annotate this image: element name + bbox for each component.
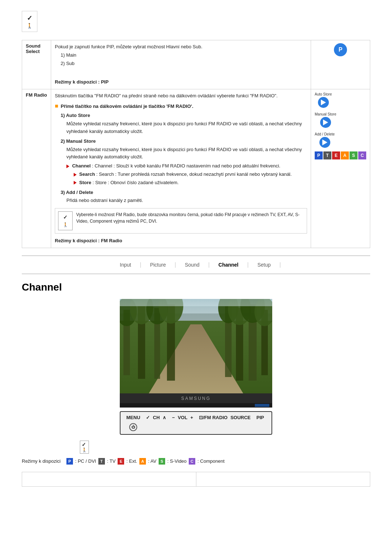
note-icon: ✓ 🚶 [58, 211, 73, 230]
auto-store-desc: Můžete vyhledat rozsahy frekvencí, které… [66, 120, 307, 135]
pip-button[interactable]: PIP [257, 415, 264, 420]
sound-select-item1: 1) Main [61, 52, 307, 59]
channel-title: Channel [22, 281, 370, 293]
channel-desc: Channel : Channel : Slouží k volbě kanál… [66, 162, 307, 170]
fm-radio-content: Stisknutím tlačítka "FM RADIO" na přední… [51, 89, 311, 248]
legend-text: Režimy k dispozici [22, 458, 61, 464]
fm-radio-row: FM Radio Stisknutím tlačítka "FM RADIO" … [22, 89, 370, 248]
manual-store-arrow [323, 119, 328, 125]
manual-store-title: 2) Manual Store [61, 138, 307, 145]
fm-radio-icon-cell: Auto Store Manual Store Add / Delete [311, 89, 370, 248]
e-letter-icon: E [332, 151, 340, 159]
legend-c-icon: C [189, 458, 195, 465]
auto-store-icon: Auto Store [315, 92, 332, 108]
main-content-table: Sound Select Pokud je zapnutí funkce PIP… [22, 40, 370, 248]
legend-a-icon: A [139, 458, 146, 465]
legend-t-icon: T [98, 458, 105, 465]
fm-radio-direct-note: ■ Přímé tlačítko na dálkovém ovládání je… [55, 101, 307, 111]
add-delete-title: 3) Add / Delete [61, 189, 307, 197]
sound-select-content: Pokud je zapnutí funkce PIP, můžete vybr… [51, 40, 311, 89]
vol-minus-button[interactable]: − [172, 415, 175, 420]
c-letter-icon: C [358, 151, 366, 159]
menu-button[interactable]: MENU [126, 415, 140, 420]
legend-p-icon: P [66, 458, 73, 465]
fm-radio-note-text: Vyberete-li možnost FM Radio, bude obraz… [76, 211, 304, 224]
legend-tv-label: : TV [107, 458, 116, 464]
navigation-bar: Input | Picture | Sound | Channel | Setu… [22, 255, 370, 274]
sound-select-regimes: Režimy k dispozici : PIP [55, 78, 307, 86]
auto-store-title: 1) Auto Store [61, 112, 307, 119]
search-desc: Search : Search : Tuner prohledá rozsah … [66, 171, 307, 178]
red-arrow-icon [66, 165, 69, 168]
figure-icon: 🚶 [26, 23, 33, 29]
red-arrow-search-icon [74, 173, 77, 177]
fm-radio-label: FM Radio [22, 89, 51, 248]
sound-select-label: Sound Select [22, 40, 51, 89]
tv-container: SAMSUNG MENU ✓ CH ∧ − VOL + ⊡/ [120, 299, 272, 435]
s-letter-icon: S [350, 151, 358, 159]
nav-sound[interactable]: Sound [176, 260, 208, 270]
p-letter-icon: P [315, 151, 323, 159]
nav-sep-5: | [279, 262, 281, 268]
remote-control-bar: MENU ✓ CH ∧ − VOL + ⊡/FM RADIO SOURCE PI… [120, 411, 272, 435]
sound-select-row: Sound Select Pokud je zapnutí funkce PIP… [22, 40, 370, 89]
legend-e-icon: E [118, 458, 124, 465]
legend-row: Režimy k dispozici P : PC / DVI T : TV E… [22, 458, 370, 465]
manual-store-icon-label: Manual Store [315, 112, 336, 116]
bottom-separator-table [22, 472, 370, 487]
small-check-box: ✓ 🚶 [80, 441, 89, 454]
power-button[interactable]: ⏻ [129, 423, 137, 431]
nav-picture[interactable]: Picture [141, 260, 175, 270]
tv-status-bar [120, 403, 272, 408]
tv-screen [120, 299, 272, 393]
sound-select-icon-cell: P [311, 40, 370, 89]
add-delete-circle [319, 137, 330, 148]
source-button[interactable]: SOURCE [230, 415, 251, 420]
manual-store-circle [320, 117, 331, 128]
nav-channel[interactable]: Channel [210, 260, 247, 270]
legend-pc-dvi-label: : PC / DVI [75, 458, 96, 464]
bottom-cell-right [196, 472, 370, 486]
forest-svg [120, 299, 272, 393]
tv-brand-bar: SAMSUNG [120, 393, 272, 403]
manual-store-desc: Můžete vyhledat rozsahy frekvencí, které… [66, 146, 307, 161]
legend-s-icon: S [159, 458, 165, 465]
orange-bullet-icon: ■ [55, 103, 58, 109]
add-delete-arrow [322, 139, 327, 145]
fm-radio-regimes: Režimy k dispozici : FM Radio [55, 237, 307, 245]
add-delete-icon-label: Add / Delete [315, 132, 335, 136]
p-button-icon: P [334, 43, 347, 56]
check-mark-icon: ✓ [27, 14, 32, 22]
legend-ext-label: : Ext. [126, 458, 137, 464]
fm-radio-note-box: ✓ 🚶 Vyberete-li možnost FM Radio, bude o… [55, 208, 307, 234]
store-desc: Store : Store : Obnoví číslo zadané uživ… [66, 179, 307, 187]
ch-label: CH [153, 415, 160, 420]
auto-store-arrow [321, 100, 326, 105]
red-arrow-store-icon [74, 181, 77, 185]
fm-radio-intro: Stisknutím tlačítka "FM RADIO" na přední… [55, 92, 307, 100]
auto-store-circle [318, 97, 329, 108]
legend-component-label: : Component [197, 458, 224, 464]
pteasc-icons: P T E A S C [315, 151, 366, 159]
fm-icons-container: Auto Store Manual Store Add / Delete [315, 92, 366, 159]
vol-plus-button[interactable]: + [190, 415, 193, 420]
tv-status-led [255, 404, 269, 407]
auto-store-icon-label: Auto Store [315, 92, 332, 96]
sound-select-item2: 2) Sub [61, 60, 307, 68]
channel-section: Channel [22, 281, 370, 465]
nav-input[interactable]: Input [111, 260, 140, 270]
ch-up-button[interactable]: ∧ [163, 415, 166, 420]
legend-svideo-label: : S-Video [167, 458, 187, 464]
add-delete-desc: Přidá nebo odstraní kanály z paměti. [66, 197, 307, 204]
svg-rect-19 [120, 299, 272, 306]
manual-store-icon: Manual Store [315, 112, 336, 128]
fm-radio-button[interactable]: ⊡/FM RADIO [199, 415, 228, 420]
ch-down-button[interactable]: ✓ [146, 415, 150, 420]
legend-av-label: : AV [148, 458, 156, 464]
t-letter-icon: T [323, 151, 331, 159]
bottom-note-icon: ✓ 🚶 [80, 441, 370, 454]
add-delete-icon: Add / Delete [315, 132, 335, 148]
tv-brand-text: SAMSUNG [181, 396, 211, 401]
nav-setup[interactable]: Setup [249, 260, 279, 270]
bottom-cell-left [22, 472, 196, 486]
